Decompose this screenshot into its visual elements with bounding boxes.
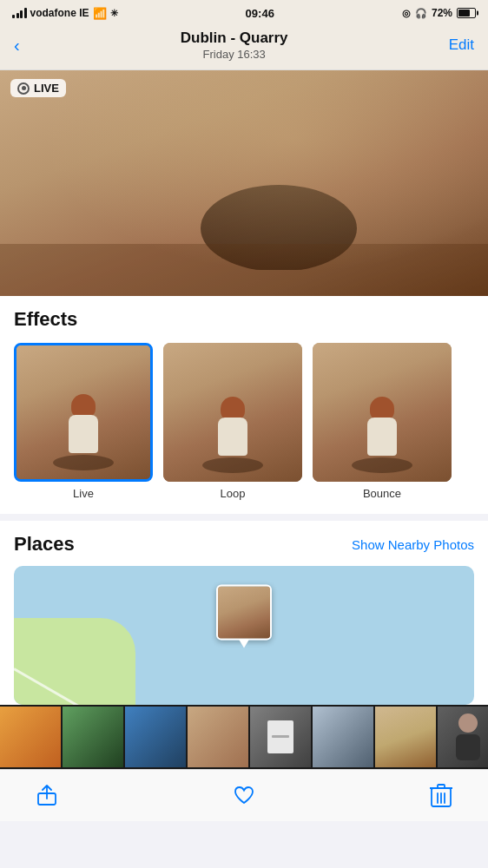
effect-item-loop[interactable]: Loop: [163, 343, 302, 500]
battery-indicator: [457, 8, 476, 18]
battery-percent: 72%: [432, 7, 452, 19]
film-item[interactable]: [250, 707, 311, 767]
auto-brightness-icon: ✳: [110, 8, 118, 19]
pin-photo-thumb: [216, 585, 272, 641]
places-header: Places Show Nearby Photos: [14, 533, 474, 556]
photo-highlight: [0, 70, 488, 296]
signal-bars: [12, 8, 27, 18]
effect-label-live: Live: [73, 487, 94, 500]
nav-bar: ‹ Dublin - Quarry Friday 16:33 Edit: [0, 24, 488, 70]
nav-subtitle: Friday 16:33: [181, 48, 288, 61]
nav-title-block: Dublin - Quarry Friday 16:33: [181, 30, 288, 61]
effect-thumb-bounce: [313, 343, 452, 482]
effect-thumb-live: [14, 343, 153, 482]
carrier-label: vodafone IE: [30, 7, 89, 19]
toolbar: [0, 769, 488, 821]
back-button[interactable]: ‹: [14, 36, 20, 56]
pin-tip: [239, 640, 249, 648]
delete-button[interactable]: [429, 784, 453, 808]
status-time: 09:46: [246, 7, 274, 20]
show-nearby-button[interactable]: Show Nearby Photos: [352, 537, 474, 552]
effects-title: Effects: [14, 308, 474, 331]
svg-rect-3: [438, 785, 445, 788]
wifi-icon: 📶: [93, 7, 107, 20]
effects-section: Effects Live: [0, 296, 488, 514]
map-land: [14, 618, 135, 705]
map-pin: [216, 585, 272, 648]
map-view[interactable]: [14, 566, 474, 705]
status-left: vodafone IE 📶 ✳: [12, 7, 118, 20]
status-bar: vodafone IE 📶 ✳ 09:46 ◎ 🎧 72%: [0, 0, 488, 24]
status-right: ◎ 🎧 72%: [402, 7, 476, 19]
favorite-button[interactable]: [232, 784, 256, 808]
nav-title: Dublin - Quarry: [181, 30, 288, 47]
places-section: Places Show Nearby Photos: [0, 521, 488, 705]
film-item[interactable]: [313, 707, 373, 767]
edit-button[interactable]: Edit: [449, 36, 474, 54]
effect-item-bounce[interactable]: Bounce: [313, 343, 452, 500]
effect-thumb-loop: [163, 343, 302, 482]
effect-label-loop: Loop: [221, 487, 246, 500]
effect-item-live[interactable]: Live: [14, 343, 153, 500]
main-photo: LIVE: [0, 70, 488, 296]
film-item-person1[interactable]: [438, 707, 488, 767]
film-item[interactable]: [0, 707, 61, 767]
places-title: Places: [14, 533, 75, 556]
film-item[interactable]: [188, 707, 248, 767]
film-item[interactable]: [375, 707, 436, 767]
filmstrip: [0, 705, 488, 769]
location-icon: ◎: [402, 8, 411, 19]
effects-row: Live Loop Bo: [14, 343, 474, 500]
film-item[interactable]: [63, 707, 123, 767]
headphones-icon: 🎧: [415, 8, 427, 19]
effect-label-bounce: Bounce: [363, 487, 401, 500]
share-button[interactable]: [35, 784, 59, 808]
film-item[interactable]: [125, 707, 186, 767]
